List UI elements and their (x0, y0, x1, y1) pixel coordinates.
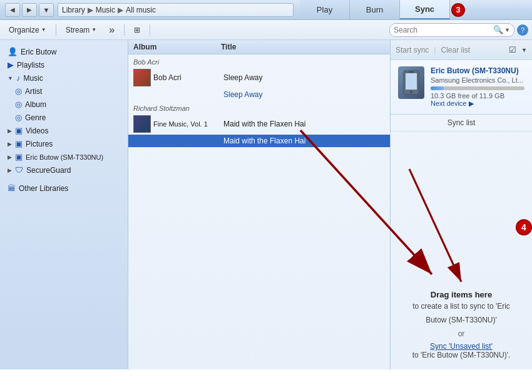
pictures-icon: ▣ (15, 139, 23, 148)
up-button[interactable]: ▼ (39, 3, 54, 17)
tab-sync[interactable]: Sync (400, 0, 450, 19)
device-icon: ▣ (15, 152, 23, 162)
title-cell-maid-1: Maid with the Flaxen Hai (223, 120, 385, 128)
sidebar-item-music[interactable]: ▼ ♪ Music (0, 71, 128, 85)
sync-options-button[interactable]: ☑ (509, 45, 516, 54)
breadcrumb-sep2: ▶ (118, 6, 123, 14)
main-area: 👤 Eric Butow ▶ Playlists ▼ ♪ Music ◎ Art… (0, 40, 532, 369)
sidebar-item-genre[interactable]: ◎ Genre (0, 111, 128, 124)
organize-button[interactable]: Organize ▼ (4, 24, 51, 36)
back-button[interactable]: ◀ (5, 3, 20, 17)
breadcrumb-library[interactable]: Library (62, 6, 85, 14)
device-info: Eric Butow (SM-T330NU) Samsung Electroni… (431, 66, 524, 108)
search-box[interactable]: 🔍 ▼ (389, 23, 514, 37)
view-options-button[interactable]: ⊞ (129, 24, 145, 36)
table-row[interactable]: Sleep Away (128, 88, 390, 101)
toolbar: Organize ▼ Stream ▼ » ⊞ 🔍 ▼ ? (0, 20, 532, 40)
sidebar-label-music: Music (23, 74, 43, 83)
toolbar-sep3 (150, 24, 150, 36)
stream-dropdown-icon: ▼ (91, 27, 96, 33)
drag-items-label: Drag items here (412, 290, 511, 299)
table-row[interactable]: Maid with the Flaxen Hai (128, 135, 390, 147)
drag-subtext-2: Butow (SM-T330NU)' (412, 316, 511, 324)
sidebar-label-videos: Videos (26, 126, 48, 135)
album-cell-bob-acri: Bob Acri (133, 69, 221, 86)
sidebar-label-eric: Eric Butow (21, 48, 56, 56)
album-name-fine-music: Fine Music, Vol. 1 (153, 120, 208, 128)
sidebar-label-other-libraries: Other Libraries (19, 184, 68, 193)
more-options-button[interactable]: » (104, 23, 120, 37)
table-row[interactable]: Fine Music, Vol. 1 Maid with the Flaxen … (128, 113, 390, 135)
drag-drop-zone: Drag items here to create a list to sync… (412, 290, 511, 359)
sidebar-item-videos[interactable]: ▶ ▣ Videos (0, 124, 128, 137)
device-card: Eric Butow (SM-T330NU) Samsung Electroni… (391, 60, 532, 115)
sync-link-container: Sync 'Unsaved list' (412, 342, 511, 351)
album-thumb-fine-music (133, 115, 151, 133)
sync-link-suffix: to 'Eric Butow (SM-T330NU)'. (412, 351, 511, 359)
forward-button[interactable]: ▶ (22, 3, 37, 17)
videos-icon: ▣ (15, 126, 23, 135)
music-icon: ♪ (16, 73, 21, 83)
device-image-icon (398, 66, 424, 99)
content-body: Bob Acri Bob Acri Sleep Away Sleep Away … (128, 54, 390, 368)
breadcrumb-allmusic[interactable]: All music (126, 6, 156, 14)
sidebar-label-genre: Genre (25, 113, 46, 122)
search-input[interactable] (394, 26, 493, 34)
sidebar-label-playlists: Playlists (17, 61, 44, 70)
badge-3: 3 (451, 3, 465, 17)
sync-toolbar-sep: | (434, 46, 436, 54)
sidebar-label-artist: Artist (25, 87, 42, 96)
sidebar-item-playlists[interactable]: ▶ Playlists (0, 58, 128, 71)
title-cell-sleep-away-2: Sleep Away (223, 90, 385, 99)
breadcrumb: Library ▶ Music ▶ All music (58, 3, 294, 17)
stream-button[interactable]: Stream ▼ (61, 24, 102, 36)
sidebar-item-pictures[interactable]: ▶ ▣ Pictures (0, 137, 128, 150)
person-icon: 👤 (8, 47, 18, 56)
play-icon: ▶ (8, 60, 14, 70)
album-name-bob-acri: Bob Acri (153, 73, 182, 82)
album-icon: ◎ (15, 100, 22, 109)
breadcrumb-music[interactable]: Music (96, 6, 115, 14)
table-row[interactable]: Bob Acri Sleep Away (128, 67, 390, 88)
sidebar-item-album[interactable]: ◎ Album (0, 98, 128, 111)
content-header: Album Title (128, 40, 390, 54)
storage-bar (431, 86, 524, 90)
search-dropdown-icon[interactable]: ▼ (504, 27, 510, 33)
expand-videos-icon: ▶ (8, 128, 12, 134)
expand-eric-device-icon: ▶ (8, 154, 12, 160)
search-icon[interactable]: 🔍 (493, 25, 503, 34)
title-bar: ◀ ▶ ▼ Library ▶ Music ▶ All music Play B… (0, 0, 532, 20)
col-header-album: Album (133, 43, 221, 51)
title-cell-sleep-away-1: Sleep Away (223, 73, 385, 82)
genre-icon: ◎ (15, 113, 22, 122)
badge-4: 4 (516, 219, 532, 235)
help-button[interactable]: ? (517, 24, 528, 36)
sidebar-item-eric-butow[interactable]: 👤 Eric Butow (0, 45, 128, 58)
content-area: Album Title Bob Acri Bob Acri Sleep Away… (128, 40, 391, 369)
sidebar-label-secureguard: SecureGuard (26, 166, 71, 175)
next-device-link[interactable]: Next device ▶ (431, 100, 474, 107)
tab-play[interactable]: Play (300, 0, 350, 19)
artist-icon: ◎ (15, 86, 22, 96)
sync-toolbar: Start sync | Clear list ☑ ▼ (391, 40, 532, 60)
group-richard-stoltzman: Richard Stoltzman (128, 101, 390, 113)
sync-drop-area[interactable]: Drag items here to create a list to sync… (391, 132, 532, 369)
organize-label: Organize (9, 26, 39, 34)
sidebar-item-artist[interactable]: ◎ Artist (0, 85, 128, 98)
sidebar-label-album: Album (25, 100, 46, 109)
sidebar-item-other-libraries[interactable]: 🏛 Other Libraries (0, 182, 128, 195)
tab-burn[interactable]: Burn (350, 0, 400, 19)
sync-unsaved-list-link[interactable]: Sync 'Unsaved list' (430, 342, 493, 351)
svg-rect-1 (406, 73, 417, 90)
nav-buttons: ◀ ▶ ▼ (5, 3, 54, 17)
breadcrumb-sep1: ▶ (88, 6, 93, 14)
sidebar-label-pictures: Pictures (26, 140, 53, 148)
sync-list-header: Sync list (391, 115, 532, 132)
album-thumb-bob-acri (133, 69, 151, 86)
sidebar-item-secureguard[interactable]: ▶ 🛡 SecureGuard (0, 163, 128, 177)
shield-icon: 🛡 (15, 165, 23, 175)
sidebar-divider (0, 177, 128, 182)
expand-secureguard-icon: ▶ (8, 167, 12, 173)
sync-dropdown-icon[interactable]: ▼ (521, 47, 527, 53)
sidebar-item-eric-device[interactable]: ▶ ▣ Eric Butow (SM-T330NU) (0, 150, 128, 163)
